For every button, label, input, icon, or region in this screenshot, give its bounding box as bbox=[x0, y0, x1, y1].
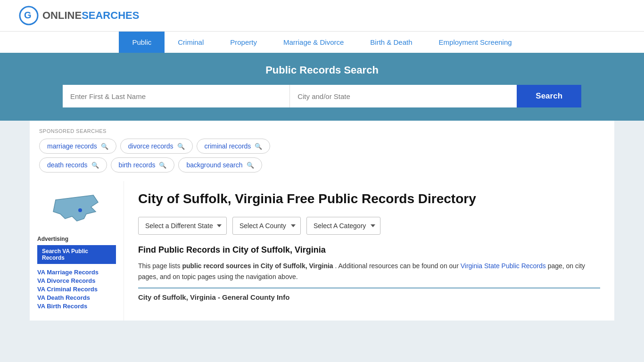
body-text-2: . Additional resources can be found on o… bbox=[335, 262, 459, 270]
pills-row-2: death records 🔍 birth records 🔍 backgrou… bbox=[39, 157, 605, 173]
virginia-map bbox=[51, 190, 103, 228]
logo: G ONLINESEARCHES bbox=[19, 6, 139, 25]
nav-marriage-divorce[interactable]: Marriage & Divorce bbox=[270, 32, 357, 53]
sidebar: Advertising Search VA Public Records VA … bbox=[30, 181, 124, 321]
pill-divorce[interactable]: divorce records 🔍 bbox=[120, 139, 193, 154]
pill-death[interactable]: death records 🔍 bbox=[39, 157, 107, 173]
pill-death-label: death records bbox=[47, 161, 88, 169]
main-wrapper: SPONSORED SEARCHES marriage records 🔍 di… bbox=[30, 121, 614, 321]
category-dropdown-wrapper: Select A Category bbox=[306, 217, 380, 235]
county-dropdown[interactable]: Select A County bbox=[232, 217, 301, 235]
name-input[interactable] bbox=[63, 85, 290, 107]
svg-point-2 bbox=[78, 208, 82, 212]
pill-divorce-label: divorce records bbox=[128, 142, 173, 150]
state-dropdown[interactable]: Select a Different State bbox=[138, 217, 227, 235]
logo-text: ONLINESEARCHES bbox=[42, 9, 139, 22]
sidebar-link-death[interactable]: VA Death Records bbox=[37, 294, 116, 301]
county-info-title: City of Suffolk, Virginia - General Coun… bbox=[138, 293, 600, 301]
search-icon-1: 🔍 bbox=[101, 143, 108, 150]
nav-criminal[interactable]: Criminal bbox=[165, 32, 217, 53]
body-text-bold: public record sources in City of Suffolk… bbox=[182, 262, 333, 270]
search-icon-4: 🔍 bbox=[91, 162, 99, 169]
search-icon-5: 🔍 bbox=[159, 162, 166, 169]
search-form: Search bbox=[63, 85, 581, 107]
nav-employment[interactable]: Employment Screening bbox=[426, 32, 525, 53]
pill-marriage[interactable]: marriage records 🔍 bbox=[39, 139, 116, 154]
body-text-1: This page lists bbox=[138, 262, 180, 270]
search-icon-3: 🔍 bbox=[255, 143, 262, 150]
logo-online: ONLINE bbox=[42, 9, 82, 21]
pills-row-1: marriage records 🔍 divorce records 🔍 cri… bbox=[39, 139, 605, 154]
pill-birth-label: birth records bbox=[119, 161, 156, 169]
find-records-title: Find Public Records in City of Suffolk, … bbox=[138, 245, 600, 255]
nav-property[interactable]: Property bbox=[217, 32, 270, 53]
search-button[interactable]: Search bbox=[517, 85, 581, 107]
search-banner: Public Records Search Search bbox=[0, 53, 644, 121]
search-icon-6: 🔍 bbox=[247, 162, 254, 169]
county-info-bar: City of Suffolk, Virginia - General Coun… bbox=[138, 288, 600, 301]
sponsored-searches: SPONSORED SEARCHES marriage records 🔍 di… bbox=[30, 121, 614, 181]
pill-criminal-label: criminal records bbox=[205, 142, 251, 150]
sponsored-label: SPONSORED SEARCHES bbox=[39, 128, 605, 134]
logo-searches: SEARCHES bbox=[82, 9, 139, 21]
header: G ONLINESEARCHES bbox=[0, 0, 644, 31]
state-dropdown-wrapper: Select a Different State bbox=[138, 217, 227, 235]
page-title: City of Suffolk, Virginia Free Public Re… bbox=[138, 190, 600, 207]
category-dropdown[interactable]: Select A Category bbox=[306, 217, 380, 235]
va-public-records-link[interactable]: Virginia State Public Records bbox=[461, 262, 546, 270]
search-va-records-button[interactable]: Search VA Public Records bbox=[37, 245, 116, 264]
sidebar-link-divorce[interactable]: VA Divorce Records bbox=[37, 277, 116, 284]
pill-background[interactable]: background search 🔍 bbox=[178, 157, 262, 173]
city-input[interactable] bbox=[290, 85, 517, 107]
nav-birth-death[interactable]: Birth & Death bbox=[357, 32, 425, 53]
pill-birth[interactable]: birth records 🔍 bbox=[111, 157, 175, 173]
main-nav: Public Criminal Property Marriage & Divo… bbox=[0, 31, 644, 53]
logo-icon: G bbox=[19, 6, 39, 25]
body-text: This page lists public record sources in… bbox=[138, 261, 600, 282]
pill-criminal[interactable]: criminal records 🔍 bbox=[197, 139, 271, 154]
svg-text:G: G bbox=[24, 10, 32, 20]
pill-background-label: background search bbox=[186, 161, 242, 169]
county-dropdown-wrapper: Select A County bbox=[232, 217, 301, 235]
search-banner-title: Public Records Search bbox=[19, 64, 625, 76]
sidebar-link-criminal[interactable]: VA Criminal Records bbox=[37, 286, 116, 293]
pill-marriage-label: marriage records bbox=[47, 142, 97, 150]
sidebar-link-marriage[interactable]: VA Marriage Records bbox=[37, 269, 116, 276]
search-icon-2: 🔍 bbox=[177, 143, 185, 150]
advertising-label: Advertising bbox=[37, 236, 116, 242]
nav-public[interactable]: Public bbox=[119, 32, 165, 53]
content-area: Advertising Search VA Public Records VA … bbox=[30, 181, 614, 321]
dropdowns-row: Select a Different State Select A County… bbox=[138, 217, 600, 235]
main-content: City of Suffolk, Virginia Free Public Re… bbox=[124, 181, 614, 321]
sidebar-link-birth[interactable]: VA Birth Records bbox=[37, 303, 116, 310]
